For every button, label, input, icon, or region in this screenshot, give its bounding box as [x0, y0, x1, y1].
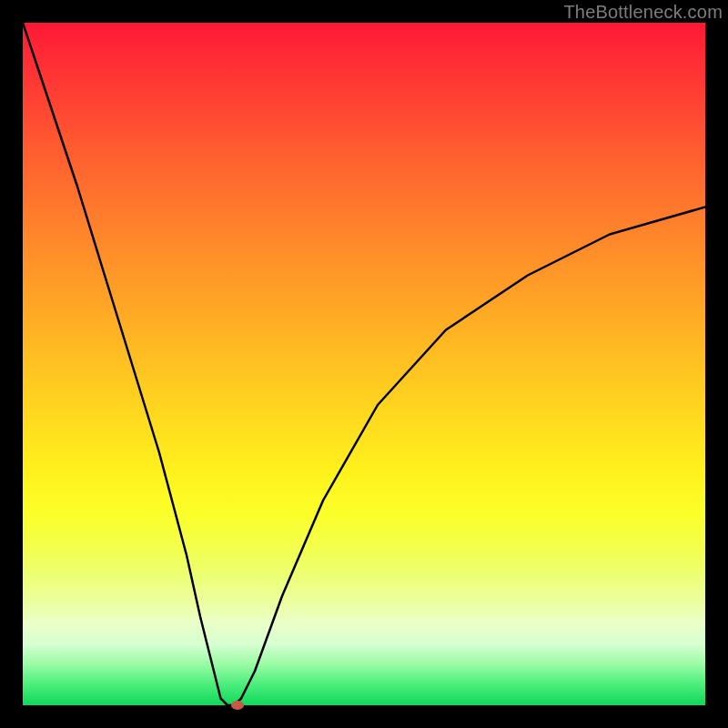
watermark-text: TheBottleneck.com [563, 2, 723, 23]
plot-area [23, 23, 705, 705]
optimum-marker [231, 701, 244, 710]
chart-frame: TheBottleneck.com [0, 0, 728, 728]
bottleneck-curve [23, 23, 705, 705]
